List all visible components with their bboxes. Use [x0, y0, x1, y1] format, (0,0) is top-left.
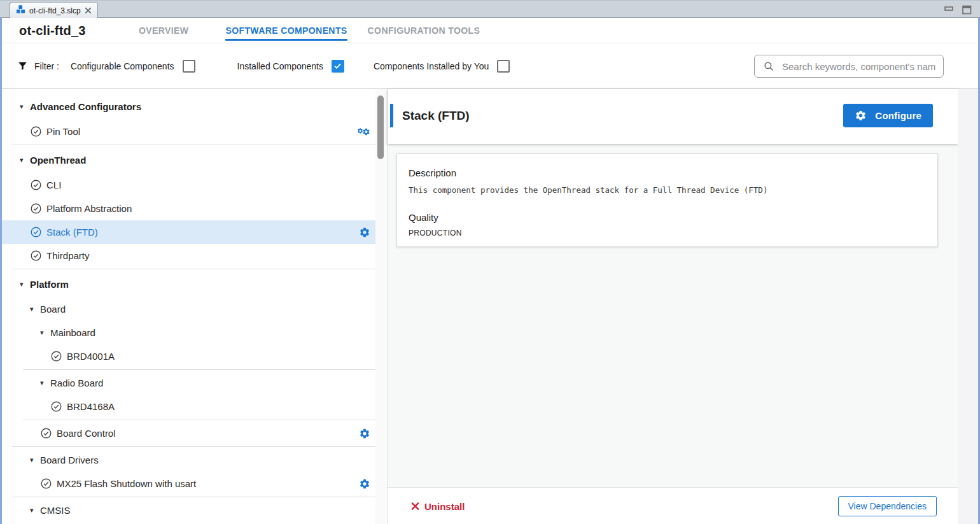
- tab-overview[interactable]: OVERVIEW: [139, 18, 188, 43]
- page-title: ot-cli-ftd_3: [19, 18, 86, 43]
- tree-item-board-control[interactable]: Board Control: [2, 421, 375, 445]
- panel-gutter: [958, 89, 978, 524]
- chevron-down-icon[interactable]: ▾: [30, 456, 40, 464]
- tree-divider: [23, 420, 375, 420]
- filter-label: Filter :: [34, 61, 59, 71]
- tree-node-advanced-configurators[interactable]: ▾Advanced Configurators: [2, 93, 375, 120]
- gear-icon[interactable]: [359, 478, 370, 490]
- tree-node-board[interactable]: ▾Board: [2, 297, 375, 321]
- tree-item-label: CMSIS: [40, 505, 71, 516]
- editor-tab[interactable]: ot-cli-ftd_3.slcp: [10, 2, 98, 18]
- editor-tab-title: ot-cli-ftd_3.slcp: [29, 6, 81, 15]
- component-title: Stack (FTD): [402, 104, 470, 127]
- installed-check-icon: [50, 350, 62, 362]
- tree-divider: [12, 269, 375, 269]
- tree-item-label: Pin Tool: [46, 126, 80, 137]
- tree-node-board-drivers[interactable]: ▾Board Drivers: [2, 448, 375, 472]
- tree-item-label: Advanced Configurators: [30, 101, 141, 112]
- minimize-icon[interactable]: [944, 4, 954, 15]
- tree-item-stack-ftd[interactable]: Stack (FTD): [2, 220, 375, 244]
- uninstall-button-label: Uninstall: [424, 500, 465, 511]
- configure-button[interactable]: Configure: [843, 104, 933, 127]
- tree-item-label: Thirdparty: [46, 250, 90, 261]
- installed-check-icon: [30, 202, 42, 215]
- accent-bar: [390, 104, 393, 127]
- editor-tab-bar: ot-cli-ftd_3.slcp: [0, 0, 980, 18]
- tree-node-radio-board[interactable]: ▾Radio Board: [2, 371, 375, 395]
- view-dependencies-button[interactable]: View Dependencies: [838, 496, 937, 516]
- checkbox-label: Configurable Components: [71, 61, 174, 71]
- chevron-down-icon[interactable]: ▾: [40, 329, 50, 337]
- tree-node-platform[interactable]: ▾Platform: [2, 271, 375, 297]
- checkbox-configurable-components[interactable]: [183, 60, 195, 73]
- detail-action-bar: Uninstall View Dependencies: [388, 487, 958, 524]
- red-x-icon: [411, 502, 419, 510]
- filter-bar: Filter : Configurable ComponentsInstalle…: [2, 44, 978, 89]
- tree-item-platform-abstraction[interactable]: Platform Abstraction: [2, 197, 375, 220]
- tree-item-cli[interactable]: CLI: [2, 173, 375, 197]
- double-gear-icon[interactable]: [357, 125, 370, 138]
- tab-configuration-tools[interactable]: CONFIGURATION TOOLS: [368, 18, 480, 43]
- installed-check-icon: [30, 226, 42, 238]
- slcp-editor: ot-cli-ftd_3 OVERVIEWSOFTWARE COMPONENTS…: [2, 18, 978, 524]
- search-input[interactable]: [781, 60, 937, 73]
- description-card: Description This component provides the …: [396, 153, 938, 247]
- tree-item-label: OpenThread: [30, 155, 86, 166]
- chevron-down-icon[interactable]: ▾: [30, 305, 40, 313]
- gear-icon[interactable]: [359, 227, 370, 238]
- tree-divider: [12, 145, 375, 145]
- tree-item-label: BRD4168A: [67, 401, 115, 412]
- tree-node-mainboard[interactable]: ▾Mainboard: [2, 321, 375, 344]
- tree-item-label: Radio Board: [50, 378, 103, 388]
- installed-check-icon: [30, 179, 42, 191]
- filter-group-components-installed-by-you: Components Installed by You: [374, 60, 510, 73]
- tree-item-label: BRD4001A: [67, 351, 115, 362]
- checkbox-label: Installed Components: [237, 61, 323, 71]
- chevron-down-icon[interactable]: ▾: [20, 280, 30, 288]
- tree-item-label: CLI: [46, 180, 61, 190]
- tree-divider: [12, 446, 375, 447]
- project-header: ot-cli-ftd_3 OVERVIEWSOFTWARE COMPONENTS…: [2, 18, 978, 43]
- tree-item-mx25-flash-shutdown-with-usart[interactable]: MX25 Flash Shutdown with usart: [2, 472, 375, 495]
- tree-scrollbar-track[interactable]: [375, 89, 387, 524]
- installed-check-icon: [40, 478, 52, 490]
- chevron-down-icon[interactable]: ▾: [20, 156, 30, 164]
- checkbox-label: Components Installed by You: [374, 61, 489, 71]
- tab-software-components[interactable]: SOFTWARE COMPONENTS: [225, 18, 347, 43]
- search-box: [754, 55, 944, 78]
- chevron-down-icon[interactable]: ▾: [30, 506, 40, 514]
- filter-group-configurable-components: Configurable Components: [71, 60, 195, 73]
- gear-icon: [855, 110, 867, 122]
- tree-item-brd4001a[interactable]: BRD4001A: [2, 344, 375, 368]
- installed-check-icon: [50, 400, 62, 413]
- tree-node-openthread[interactable]: ▾OpenThread: [2, 146, 375, 173]
- maximize-icon[interactable]: [962, 4, 972, 15]
- tree-item-thirdparty[interactable]: Thirdparty: [2, 244, 375, 267]
- gear-icon[interactable]: [359, 428, 370, 439]
- tree-node-cmsis[interactable]: ▾CMSIS: [2, 499, 375, 522]
- description-heading: Description: [409, 167, 925, 178]
- uninstall-button[interactable]: Uninstall: [411, 500, 465, 511]
- chevron-down-icon[interactable]: ▾: [40, 379, 50, 387]
- tree-item-label: MX25 Flash Shutdown with usart: [57, 478, 196, 489]
- components-content: ▾Advanced ConfiguratorsPin Tool▾OpenThre…: [2, 89, 978, 524]
- configure-button-label: Configure: [875, 110, 921, 121]
- tree-scrollbar-thumb[interactable]: [377, 96, 384, 159]
- checkbox-installed-components[interactable]: [332, 60, 344, 73]
- slcp-project-icon: [16, 4, 25, 17]
- quality-value: PRODUCTION: [409, 229, 925, 237]
- tree-item-brd4168a[interactable]: BRD4168A: [2, 395, 375, 418]
- close-icon[interactable]: [85, 7, 92, 14]
- installed-check-icon: [40, 427, 52, 439]
- filter-funnel-icon: [17, 60, 28, 71]
- description-text: This component provides the OpenThread s…: [409, 185, 925, 195]
- component-tree: ▾Advanced ConfiguratorsPin Tool▾OpenThre…: [2, 89, 375, 524]
- tree-item-label: Board: [40, 304, 66, 315]
- checkbox-components-installed-by-you[interactable]: [497, 60, 510, 73]
- chevron-down-icon[interactable]: ▾: [20, 103, 30, 111]
- tree-item-label: Mainboard: [50, 327, 95, 338]
- tree-item-pin-tool[interactable]: Pin Tool: [2, 120, 375, 143]
- detail-header: Stack (FTD) Configure: [388, 89, 958, 144]
- filter-group-installed-components: Installed Components: [237, 60, 344, 73]
- tree-divider: [12, 497, 375, 497]
